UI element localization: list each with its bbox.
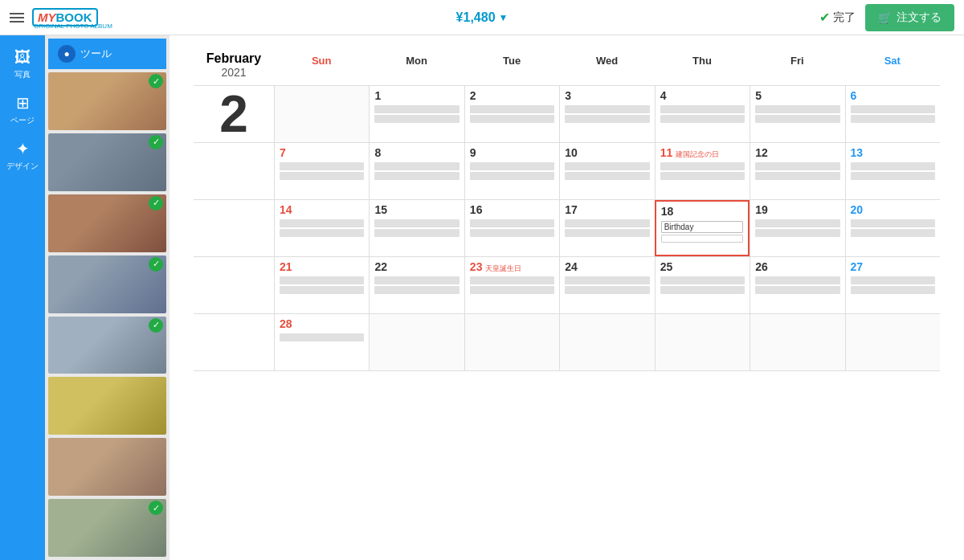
cal-day-12[interactable]: 12 [750, 143, 844, 199]
event-bar [470, 115, 554, 123]
day-num-27: 27 [851, 260, 935, 273]
event-bar [660, 115, 745, 123]
cal-day-17[interactable]: 17 [559, 200, 654, 256]
day-num-21: 21 [280, 260, 364, 273]
cal-day-13[interactable]: 13 [845, 143, 940, 199]
cal-day-6[interactable]: 6 [845, 86, 940, 142]
event-bar [851, 172, 935, 180]
thumbnail-3[interactable]: ✓ [48, 194, 166, 252]
event-bar [565, 162, 649, 170]
thumbnail-8[interactable]: ✓ [48, 499, 166, 557]
day-num-24: 24 [565, 260, 649, 273]
day-num-23: 23 [470, 260, 483, 273]
thumbnail-1[interactable]: ✓ [48, 72, 166, 130]
order-button[interactable]: 🛒 注文する [865, 4, 954, 31]
week-0: 2 1 2 3 [194, 85, 940, 142]
event-bar [280, 172, 364, 180]
day-header-sun: Sun [274, 51, 369, 79]
day-header-fri: Fri [750, 51, 844, 79]
event-bar [470, 276, 554, 284]
cal-day-7[interactable]: 7 [274, 143, 369, 199]
event-bar [755, 286, 839, 294]
price-display: ¥1,480 [456, 10, 496, 25]
day-num-19: 19 [755, 203, 839, 216]
week-3: 14 15 16 17 [194, 199, 940, 256]
cal-day-empty[interactable] [274, 86, 369, 142]
event-bar [470, 229, 554, 237]
week-4: 21 22 23 天皇誕生日 [194, 256, 940, 313]
cal-day-25[interactable]: 25 [655, 257, 750, 313]
event-bar [851, 276, 935, 284]
event-bar [374, 105, 459, 113]
event-bar [374, 276, 459, 284]
cal-day-9[interactable]: 9 [464, 143, 559, 199]
day-num-17: 17 [565, 203, 649, 216]
hamburger-icon[interactable] [10, 13, 24, 22]
day-num-18: 18 [661, 205, 743, 218]
thumbnail-5[interactable]: ✓ [48, 317, 166, 374]
event-bar [851, 115, 935, 123]
cal-day-2[interactable]: 2 [464, 86, 559, 142]
event-bar [755, 172, 839, 180]
done-button[interactable]: ✔ 完了 [819, 10, 856, 25]
event-bar [470, 105, 554, 113]
holiday-23: 天皇誕生日 [485, 264, 521, 274]
day-num-20: 20 [851, 203, 935, 216]
cal-day-24[interactable]: 24 [559, 257, 654, 313]
birthday-event[interactable]: Birthday [661, 221, 743, 233]
photos-icon: 🖼 [14, 48, 31, 67]
day-num-10: 10 [565, 146, 649, 159]
cal-day-22[interactable]: 22 [369, 257, 464, 313]
day-header-sat: Sat [845, 51, 940, 79]
cal-day-28[interactable]: 28 [274, 314, 369, 370]
day-num-16: 16 [470, 203, 554, 216]
cal-day-11[interactable]: 11 建国記念の日 [655, 143, 750, 199]
event-bar [660, 105, 745, 113]
day-num-5: 5 [755, 89, 839, 102]
cal-day-20[interactable]: 20 [845, 200, 940, 256]
price-arrow[interactable]: ▼ [499, 12, 509, 23]
event-bar [755, 162, 839, 170]
sidebar-item-pages[interactable]: ⊞ ページ [0, 87, 45, 133]
thumb-check-5: ✓ [149, 318, 163, 333]
design-icon: ✦ [16, 139, 30, 158]
cal-day-18[interactable]: 18 Birthday [655, 200, 750, 256]
event-bar [470, 286, 554, 294]
tools-label: ツール [80, 47, 112, 61]
day-num-15: 15 [374, 203, 459, 216]
event-bar [280, 229, 364, 237]
thumbnail-2[interactable]: ✓ [48, 133, 166, 191]
cal-day-23[interactable]: 23 天皇誕生日 [464, 257, 559, 313]
cal-day-19[interactable]: 19 [750, 200, 844, 256]
cal-day-empty-6 [750, 314, 844, 370]
thumbnail-4[interactable]: ✓ [48, 255, 166, 313]
cal-day-1[interactable]: 1 [369, 86, 464, 142]
header-center: ¥1,480 ▼ [456, 10, 509, 25]
cal-day-10[interactable]: 10 [559, 143, 654, 199]
sidebar-pages-label: ページ [10, 115, 35, 126]
cal-day-15[interactable]: 15 [369, 200, 464, 256]
event-bar [280, 333, 364, 341]
cal-day-26[interactable]: 26 [750, 257, 844, 313]
cal-day-21[interactable]: 21 [274, 257, 369, 313]
sidebar-item-photos[interactable]: 🖼 写真 [0, 42, 45, 87]
event-bar [755, 105, 839, 113]
cal-day-3[interactable]: 3 [559, 86, 654, 142]
logo-subtitle: ORIGINAL PHOTO ALBUM [34, 22, 112, 30]
cal-day-16[interactable]: 16 [464, 200, 559, 256]
pages-icon: ⊞ [16, 93, 30, 112]
event-bar [755, 219, 839, 227]
sidebar-item-design[interactable]: ✦ デザイン [0, 133, 45, 178]
cal-day-5[interactable]: 5 [750, 86, 844, 142]
week-5: 28 [194, 313, 940, 371]
event-bar [565, 172, 649, 180]
thumbnail-7[interactable] [48, 438, 166, 496]
cal-day-8[interactable]: 8 [369, 143, 464, 199]
thumbnail-6[interactable] [48, 377, 166, 435]
cal-day-27[interactable]: 27 [845, 257, 940, 313]
cal-day-empty-7 [845, 314, 940, 370]
cal-day-14[interactable]: 14 [274, 200, 369, 256]
thumb-check-8: ✓ [149, 501, 163, 515]
cal-day-4[interactable]: 4 [655, 86, 750, 142]
sidebar-design-label: デザイン [6, 161, 39, 172]
